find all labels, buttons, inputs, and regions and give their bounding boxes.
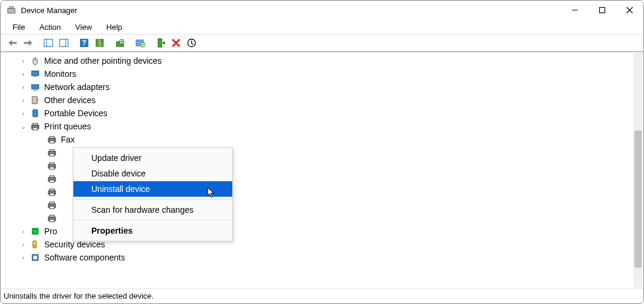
tree-row[interactable]: ›Network adapters	[1, 80, 643, 94]
cm-separator	[74, 220, 232, 221]
svg-rect-40	[50, 163, 54, 165]
expander-icon[interactable]: ›	[19, 70, 27, 78]
svg-rect-29	[33, 110, 38, 117]
expander-icon[interactable]: ›	[19, 240, 27, 249]
tree-label: Network adapters	[44, 82, 110, 92]
expander-icon[interactable]: ›	[19, 227, 27, 235]
show-hide-console-button[interactable]	[41, 36, 56, 50]
properties-button[interactable]	[93, 36, 107, 50]
statusbar-text: Uninstalls the driver for the selected d…	[4, 291, 153, 300]
software-icon	[30, 252, 41, 263]
expander-icon[interactable]: ›	[19, 253, 27, 262]
cm-scan-hardware[interactable]: Scan for hardware changes	[73, 202, 232, 218]
tree-row[interactable]: ›Portable Devices	[1, 107, 643, 120]
svg-rect-35	[50, 141, 54, 143]
svg-rect-37	[50, 150, 54, 151]
tree-label: Software components	[44, 253, 125, 262]
maximize-button[interactable]	[588, 1, 616, 20]
svg-rect-47	[50, 193, 54, 196]
menu-view[interactable]: View	[69, 21, 98, 33]
svg-text:!: !	[37, 98, 39, 104]
disable-device-button[interactable]	[184, 36, 199, 50]
svg-rect-44	[50, 180, 54, 182]
tree-label: Other devices	[44, 95, 95, 105]
svg-rect-23	[32, 71, 39, 76]
forward-button[interactable]	[21, 36, 35, 50]
cm-properties[interactable]: Properties	[73, 223, 232, 238]
mouse-icon	[30, 55, 41, 66]
svg-rect-27	[32, 97, 37, 104]
statusbar: Uninstalls the driver for the selected d…	[1, 289, 643, 303]
tree-label: Fax	[61, 135, 75, 144]
svg-rect-25	[32, 85, 39, 89]
window-title: Device Manager	[21, 6, 78, 15]
vertical-scrollbar[interactable]	[633, 53, 643, 288]
printer-icon	[47, 173, 57, 184]
svg-rect-43	[50, 176, 54, 178]
svg-rect-31	[33, 123, 38, 125]
printer-icon	[47, 134, 57, 145]
svg-rect-3	[600, 8, 605, 13]
svg-rect-49	[50, 202, 54, 204]
menu-file[interactable]: File	[7, 21, 31, 33]
device-tree-pane: ›Mice and other pointing devices›Monitor…	[1, 53, 643, 288]
tree-row[interactable]: ⌄Print queues	[1, 120, 643, 133]
titlebar: Device Manager	[1, 1, 643, 20]
svg-rect-56	[33, 241, 36, 248]
window-buttons	[561, 1, 643, 20]
close-button[interactable]	[616, 1, 643, 20]
enable-device-button[interactable]	[153, 36, 168, 50]
tree-row[interactable]: ›Software components	[1, 251, 643, 264]
cm-separator	[74, 199, 232, 200]
tree-row[interactable]: ›!Other devices	[1, 94, 643, 107]
svg-rect-41	[50, 167, 54, 169]
tree-label: Print queues	[44, 122, 91, 131]
scan-hardware-button[interactable]	[133, 36, 147, 50]
menu-action[interactable]: Action	[33, 21, 67, 33]
svg-rect-10	[60, 39, 68, 46]
toolbar: ?	[1, 34, 643, 52]
svg-rect-55	[33, 229, 37, 233]
uninstall-device-button[interactable]	[169, 36, 183, 50]
cm-update-driver[interactable]: Update driver	[73, 150, 232, 166]
svg-rect-38	[50, 154, 54, 156]
tree-row[interactable]: ›Monitors	[1, 67, 643, 80]
back-button[interactable]	[5, 36, 20, 50]
security-icon	[30, 239, 41, 250]
update-driver-button[interactable]	[113, 36, 127, 50]
cm-disable-device[interactable]: Disable device	[73, 166, 232, 181]
tree-label: Portable Devices	[44, 108, 107, 118]
svg-rect-34	[50, 137, 54, 138]
minimize-button[interactable]	[561, 1, 588, 20]
svg-rect-59	[33, 256, 37, 259]
expander-icon[interactable]: ›	[19, 83, 27, 91]
expander-icon[interactable]: ›	[19, 109, 27, 117]
processor-icon	[30, 226, 41, 237]
svg-rect-24	[34, 76, 36, 77]
svg-point-57	[34, 243, 36, 244]
svg-rect-50	[50, 206, 54, 209]
tree-row[interactable]: ›Mice and other pointing devices	[1, 54, 643, 67]
expander-icon[interactable]: ›	[19, 57, 27, 65]
printer-icon	[47, 200, 57, 210]
network-icon	[30, 82, 41, 92]
printer-icon	[30, 121, 41, 132]
expander-icon[interactable]: ›	[19, 96, 27, 104]
tree-row[interactable]: Fax	[1, 133, 643, 146]
cm-uninstall-device[interactable]: Uninstall device	[73, 181, 232, 197]
svg-text:?: ?	[82, 39, 86, 47]
printer-icon	[47, 160, 57, 171]
show-hide-action-pane-button[interactable]	[57, 36, 71, 50]
printer-icon	[47, 147, 57, 158]
help-button[interactable]: ?	[77, 36, 91, 50]
menubar: File Action View Help	[1, 20, 643, 34]
scrollbar-thumb[interactable]	[634, 131, 642, 268]
svg-rect-0	[8, 8, 15, 13]
tree-label: Pro	[44, 227, 57, 236]
svg-rect-32	[33, 128, 38, 130]
printer-icon	[47, 187, 57, 197]
svg-rect-8	[44, 39, 53, 46]
menu-help[interactable]: Help	[100, 21, 128, 33]
tree-label: Monitors	[44, 69, 76, 79]
expander-icon[interactable]: ⌄	[19, 122, 27, 131]
